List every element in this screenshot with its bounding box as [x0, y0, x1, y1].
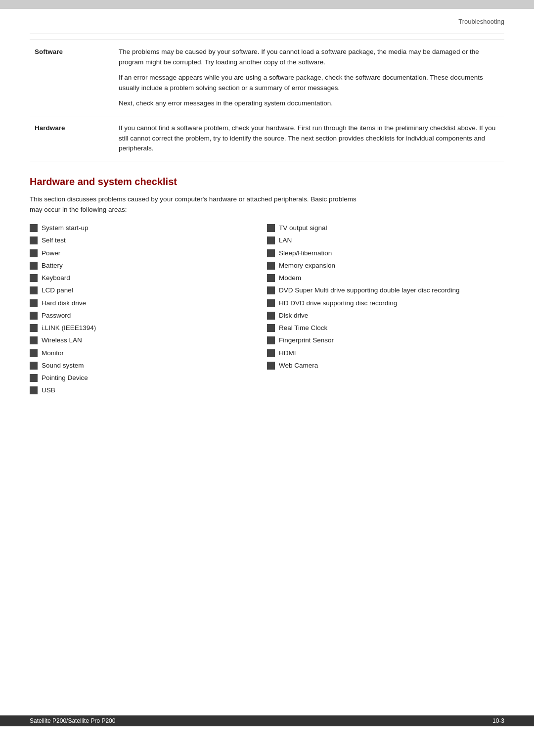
bullet-icon — [267, 324, 275, 332]
bullet-columns: System start-upSelf testPowerBatteryKeyb… — [30, 223, 504, 398]
bullet-text: i.LINK (IEEE1394) — [42, 323, 96, 333]
footer-page: 10-3 — [492, 717, 504, 724]
troubleshooting-table: SoftwareThe problems may be caused by yo… — [30, 40, 504, 161]
page-header: Troubleshooting — [0, 9, 534, 34]
bullet-text: Pointing Device — [42, 373, 88, 383]
bullet-icon — [267, 224, 275, 232]
list-item: HDMI — [267, 348, 494, 358]
list-item: Sleep/Hibernation — [267, 248, 494, 258]
list-item: LCD panel — [30, 285, 257, 295]
main-content: SoftwareThe problems may be caused by yo… — [30, 40, 504, 707]
right-bullet-column: TV output signalLANSleep/HibernationMemo… — [267, 223, 504, 398]
bullet-text: HDMI — [279, 348, 296, 358]
bullet-text: Sound system — [42, 361, 84, 371]
list-item: Fingerprint Sensor — [267, 335, 494, 345]
section-title: Troubleshooting — [458, 18, 504, 25]
list-item: DVD Super Multi drive supporting double … — [267, 285, 494, 295]
bullet-text: Web Camera — [279, 361, 318, 371]
bullet-icon — [30, 324, 38, 332]
bullet-icon — [267, 336, 275, 344]
bullet-text: Modem — [279, 273, 301, 283]
bullet-icon — [30, 224, 38, 232]
bullet-text: LAN — [279, 236, 292, 245]
list-item: TV output signal — [267, 223, 494, 233]
top-bar — [0, 0, 534, 9]
bullet-icon — [30, 386, 38, 394]
bullet-icon — [267, 312, 275, 320]
bullet-text: Disk drive — [279, 311, 308, 321]
table-label: Software — [30, 40, 114, 116]
list-item: LAN — [267, 236, 494, 245]
bullet-icon — [30, 299, 38, 307]
footer-bar: Satellite P200/Satellite Pro P200 10-3 — [0, 715, 534, 726]
list-item: Real Time Clock — [267, 323, 494, 333]
list-item: Hard disk drive — [30, 298, 257, 308]
bullet-icon — [267, 349, 275, 357]
bullet-text: System start-up — [42, 223, 89, 233]
bullet-icon — [267, 262, 275, 270]
bullet-icon — [30, 236, 38, 244]
bullet-text: LCD panel — [42, 285, 73, 295]
list-item: Keyboard — [30, 273, 257, 283]
bullet-text: Real Time Clock — [279, 323, 327, 333]
list-item: Self test — [30, 236, 257, 245]
bullet-text: USB — [42, 385, 55, 395]
list-item: Power — [30, 248, 257, 258]
bullet-icon — [30, 374, 38, 382]
list-item: i.LINK (IEEE1394) — [30, 323, 257, 333]
bullet-text: Monitor — [42, 348, 64, 358]
table-content: The problems may be caused by your softw… — [114, 40, 504, 116]
bullet-icon — [267, 249, 275, 257]
bullet-text: Wireless LAN — [42, 335, 82, 345]
list-item: Web Camera — [267, 361, 494, 371]
bullet-icon — [30, 362, 38, 370]
bullet-icon — [30, 286, 38, 294]
list-item: Battery — [30, 261, 257, 271]
bullet-text: Fingerprint Sensor — [279, 335, 334, 345]
bullet-icon — [30, 249, 38, 257]
bullet-text: Keyboard — [42, 273, 70, 283]
bullet-icon — [267, 274, 275, 282]
bullet-icon — [267, 236, 275, 244]
bullet-icon — [30, 349, 38, 357]
bullet-text: Power — [42, 248, 60, 258]
checklist-intro: This section discusses problems caused b… — [30, 194, 366, 215]
bullet-text: HD DVD drive supporting disc recording — [279, 298, 397, 308]
list-item: HD DVD drive supporting disc recording — [267, 298, 494, 308]
bullet-icon — [30, 262, 38, 270]
bullet-text: Sleep/Hibernation — [279, 248, 332, 258]
left-bullet-column: System start-upSelf testPowerBatteryKeyb… — [30, 223, 267, 398]
header-rule — [30, 34, 504, 34]
bullet-text: Self test — [42, 236, 66, 245]
list-item: System start-up — [30, 223, 257, 233]
bullet-icon — [30, 274, 38, 282]
bullet-icon — [267, 362, 275, 370]
bullet-icon — [30, 336, 38, 344]
list-item: Disk drive — [267, 311, 494, 321]
list-item: USB — [30, 385, 257, 395]
list-item: Password — [30, 311, 257, 321]
list-item: Sound system — [30, 361, 257, 371]
bullet-icon — [267, 299, 275, 307]
list-item: Pointing Device — [30, 373, 257, 383]
list-item: Wireless LAN — [30, 335, 257, 345]
table-label: Hardware — [30, 116, 114, 161]
bullet-text: TV output signal — [279, 223, 327, 233]
bullet-icon — [267, 286, 275, 294]
bullet-text: Password — [42, 311, 71, 321]
list-item: Modem — [267, 273, 494, 283]
bullet-text: DVD Super Multi drive supporting double … — [279, 285, 459, 295]
bullet-text: Battery — [42, 261, 63, 271]
bullet-text: Memory expansion — [279, 261, 335, 271]
footer-model: Satellite P200/Satellite Pro P200 — [30, 717, 115, 724]
checklist-heading: Hardware and system checklist — [30, 176, 504, 188]
bullet-icon — [30, 312, 38, 320]
table-content: If you cannot find a software problem, c… — [114, 116, 504, 161]
bullet-text: Hard disk drive — [42, 298, 86, 308]
list-item: Monitor — [30, 348, 257, 358]
list-item: Memory expansion — [267, 261, 494, 271]
